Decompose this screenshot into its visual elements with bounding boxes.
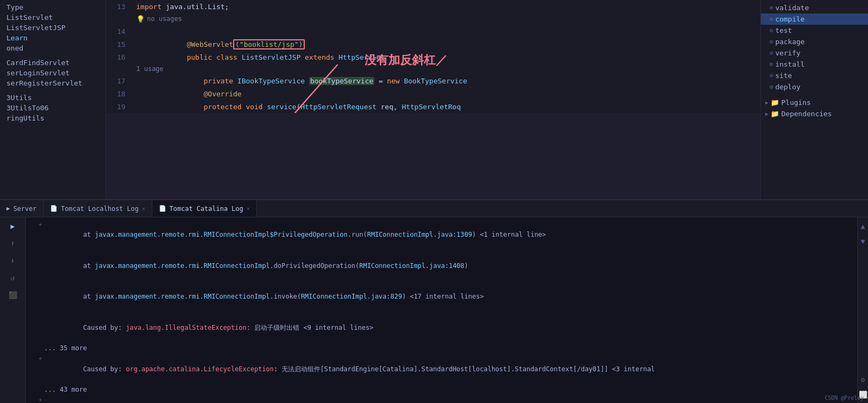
console-run-btn[interactable]: ▶ <box>4 220 22 232</box>
console-area: ▶ Server 📄 Tomcat Localhost Log ✕ 📄 Tomc… <box>0 199 868 403</box>
sidebar-item-3utils[interactable]: 3Utils <box>0 93 106 103</box>
sidebar-item-ringutils[interactable]: ringUtils <box>0 113 106 123</box>
log-line-43more: ... 43 more <box>30 385 853 395</box>
maven-compile[interactable]: ⚙ compile <box>761 13 868 25</box>
maven-validate[interactable]: ⚙ validate <box>761 2 868 13</box>
sidebar-item-listservletjsp[interactable]: ListServletJSP <box>0 23 106 33</box>
gear-icon-deploy: ⚙ <box>769 83 773 90</box>
console-split: ▶ ⬆ ⬇ ↺ ⬛ + at javax.management.remote.r… <box>0 217 868 403</box>
maven-dependencies[interactable]: ▶ 📁 Dependencies <box>761 108 868 119</box>
sidebar-item-3utilsto06[interactable]: 3UtilsTo06 <box>0 103 106 113</box>
maven-deploy[interactable]: ⚙ deploy <box>761 81 868 93</box>
line-number-16: 16 <box>106 53 132 61</box>
close-localhost-tab[interactable]: ✕ <box>142 206 145 211</box>
sidebar-item-listservlet[interactable]: ListServlet <box>0 12 106 23</box>
maven-test[interactable]: ⚙ test <box>761 25 868 36</box>
expand-illegal[interactable]: + <box>39 396 42 403</box>
log-line-3: at javax.management.remote.rmi.RMIConnec… <box>30 281 853 313</box>
sidebar-item-learn[interactable]: Learn <box>0 33 106 43</box>
expand-caused-1[interactable] <box>39 314 42 322</box>
log-line-35more: ... 35 more <box>30 343 853 353</box>
gear-icon-verify: ⚙ <box>769 50 773 56</box>
close-catalina-tab[interactable]: ✕ <box>247 206 250 211</box>
gear-icon-install: ⚙ <box>769 61 773 68</box>
gear-icon-validate: ⚙ <box>769 4 773 11</box>
line-number-13: 13 <box>106 3 132 11</box>
expand-1[interactable]: + <box>39 221 42 229</box>
expand-3[interactable] <box>39 282 42 291</box>
maven-package[interactable]: ⚙ package <box>761 36 868 47</box>
gear-icon-test: ⚙ <box>769 27 773 34</box>
code-line-19: 19 protected void service(HttpServletReq… <box>106 100 760 113</box>
file-sidebar: Type ListServlet ListServletJSP Learn on… <box>0 0 106 199</box>
expand-35[interactable] <box>39 344 42 353</box>
maven-site[interactable]: ⚙ site <box>761 70 868 81</box>
console-right-buttons: ▲ ▼ ⚙ ⬜ <box>857 217 868 403</box>
scroll-down-btn[interactable]: ▼ <box>855 235 869 248</box>
bulb-icon: 💡 <box>136 15 145 23</box>
console-stop-btn[interactable]: ⬛ <box>4 288 22 301</box>
no-usages-annotation: 💡 no usages <box>106 13 760 25</box>
code-line-13: 13 import java.util.List; <box>106 0 760 13</box>
line-content-19: protected void service(HttpServletReques… <box>132 95 760 114</box>
console-tabs: ▶ Server 📄 Tomcat Localhost Log ✕ 📄 Tomc… <box>0 200 868 217</box>
log-line-1: + at javax.management.remote.rmi.RMIConn… <box>30 220 853 251</box>
code-editor: 13 import java.util.List; 💡 no usages 14… <box>106 0 760 199</box>
sidebar-item-serloginservlet[interactable]: serLoginServlet <box>0 68 106 78</box>
expand-2[interactable] <box>39 252 42 260</box>
maven-verify[interactable]: ⚙ verify <box>761 47 868 59</box>
catalina-tab-icon: 📄 <box>159 205 166 212</box>
server-tab-icon: ▶ <box>6 205 10 212</box>
localhost-tab-icon: 📄 <box>50 205 58 212</box>
console-down-btn[interactable]: ⬇ <box>4 254 22 267</box>
log-line-illegal-arg: + Caused by: java.lang.IllegalArgumentEx… <box>30 395 853 403</box>
sidebar-item-oned[interactable]: oned <box>0 43 106 53</box>
console-sidebar: ▶ ⬆ ⬇ ↺ ⬛ <box>0 217 26 403</box>
chinese-annotation: 没有加反斜杠／ <box>365 52 447 68</box>
console-up-btn[interactable]: ⬆ <box>4 237 22 250</box>
code-line-15: 15 @WebServlet("booklist/jsp") <box>106 38 760 51</box>
chevron-right-icon-deps: ▶ <box>765 111 768 117</box>
deps-folder-icon: 📁 <box>771 110 779 118</box>
line-number-14: 14 <box>106 27 132 36</box>
chevron-right-icon-plugins: ▶ <box>765 100 768 105</box>
gear-icon-compile: ⚙ <box>769 16 773 23</box>
log-line-caused-1: Caused by: java.lang.IllegalStateExcepti… <box>30 313 853 344</box>
maven-panel: ⚙ validate ⚙ compile ⚙ test ⚙ package ⚙ … <box>760 0 868 199</box>
maven-plugins[interactable]: ▶ 📁 Plugins <box>761 97 868 108</box>
console-log-content: + at javax.management.remote.rmi.RMIConn… <box>26 217 857 403</box>
console-refresh-btn[interactable]: ↺ <box>4 271 22 284</box>
sidebar-item-cardfindservlet[interactable]: CardFindServlet <box>0 58 106 68</box>
log-line-2: at javax.management.remote.rmi.RMIConnec… <box>30 251 853 282</box>
settings-btn[interactable]: ⚙ <box>855 373 869 386</box>
gear-icon-package: ⚙ <box>769 38 773 45</box>
log-line-lifecycle: + Caused by: org.apache.catalina.Lifecyc… <box>30 353 853 385</box>
no-usages-text: no usages <box>147 15 182 23</box>
gear-icon-site: ⚙ <box>769 72 773 79</box>
plugins-folder-icon: 📁 <box>771 98 779 107</box>
expand-lifecycle[interactable]: + <box>39 355 42 363</box>
tab-tomcat-localhost[interactable]: 📄 Tomcat Localhost Log ✕ <box>44 200 152 217</box>
sidebar-item-type[interactable]: Type <box>0 2 106 12</box>
line-number-19: 19 <box>106 103 132 111</box>
tab-server[interactable]: ▶ Server <box>0 200 44 217</box>
watermark: CSDN @Preley <box>825 395 864 401</box>
line-number-17: 17 <box>106 77 132 85</box>
expand-43[interactable] <box>39 386 42 394</box>
sidebar-item-serregisterservlet[interactable]: serRegisterServlet <box>0 78 106 88</box>
line-number-15: 15 <box>106 40 132 48</box>
scroll-up-btn[interactable]: ▲ <box>855 220 869 232</box>
line-content-13: import java.util.List; <box>132 3 760 11</box>
maven-install[interactable]: ⚙ install <box>761 59 868 70</box>
tab-tomcat-catalina[interactable]: 📄 Tomcat Catalina Log ✕ <box>152 200 257 217</box>
line-number-18: 18 <box>106 90 132 98</box>
